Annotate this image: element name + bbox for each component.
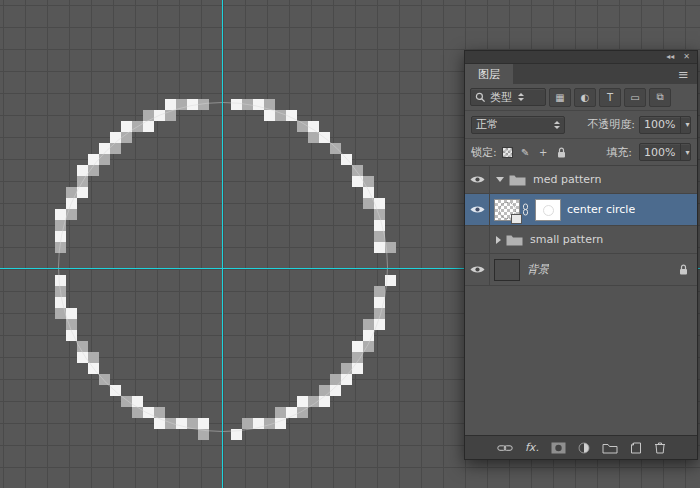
filter-type-layers-icon[interactable]: T [599, 88, 621, 107]
opacity-dropdown[interactable]: 100% ▾ [639, 116, 691, 134]
folder-icon [506, 234, 523, 246]
layer-row-small-pattern[interactable]: small pattern [465, 226, 697, 254]
layer-name: med pattern [533, 173, 601, 186]
thumbnail-badge-icon [511, 214, 522, 224]
blend-mode-value: 正常 [476, 117, 498, 132]
panel-menu-icon[interactable]: ≡ [670, 64, 697, 84]
panel-footer: fx. [465, 435, 697, 459]
tab-layers-label: 图层 [478, 67, 500, 82]
close-panel-icon[interactable]: ✕ [683, 53, 690, 61]
updown-arrows-icon [554, 121, 560, 129]
visibility-eye-icon[interactable] [465, 194, 490, 225]
blend-row: 正常 不透明度: 100% ▾ [465, 111, 697, 139]
folder-icon [509, 174, 526, 186]
filter-type-dropdown[interactable]: 类型 [470, 88, 546, 106]
visibility-toggle-empty[interactable] [465, 226, 490, 253]
layer-thumbnail[interactable] [494, 259, 520, 281]
layer-row-med-pattern[interactable]: med pattern [465, 166, 697, 194]
opacity-label: 不透明度: [587, 117, 635, 132]
collapse-group-icon[interactable] [496, 177, 504, 182]
filter-adjustment-layers-icon[interactable]: ◐ [574, 88, 596, 107]
mask-link-icon[interactable] [521, 203, 530, 216]
circle-outline [58, 102, 388, 432]
add-layer-mask-icon[interactable] [551, 442, 566, 454]
lock-position-icon[interactable]: + [536, 145, 551, 160]
layer-style-fx-icon[interactable]: fx. [525, 441, 539, 454]
lock-all-icon[interactable] [554, 145, 569, 160]
filter-type-label: 类型 [490, 90, 512, 105]
lock-row: 锁定: ✎ + 填充: 100% ▾ [465, 139, 697, 166]
delete-layer-icon[interactable] [654, 441, 666, 454]
lock-transparency-icon[interactable] [500, 145, 515, 160]
layer-thumbnail[interactable] [494, 199, 520, 221]
filter-smart-objects-icon[interactable]: ⧉ [649, 88, 671, 107]
guide-vertical[interactable] [222, 0, 223, 488]
filter-shape-layers-icon[interactable]: ▭ [624, 88, 646, 107]
layer-name: center circle [567, 203, 635, 216]
fill-label: 填充: [606, 145, 632, 160]
opacity-value: 100% [644, 118, 675, 131]
tab-layers[interactable]: 图层 [465, 64, 513, 84]
chevron-down-icon: ▾ [680, 144, 689, 160]
layer-filter-row: 类型 ▦ ◐ T ▭ ⧉ [465, 84, 697, 111]
collapse-panel-icon[interactable]: ◂◂ [666, 53, 674, 61]
chevron-down-icon: ▾ [680, 117, 689, 133]
layer-mask-thumbnail[interactable] [535, 199, 561, 221]
filter-pixel-layers-icon[interactable]: ▦ [549, 88, 571, 107]
fill-value: 100% [644, 146, 675, 159]
search-icon [475, 92, 486, 103]
lock-label: 锁定: [471, 145, 497, 160]
panel-titlebar: ◂◂ ✕ [465, 51, 697, 64]
link-layers-icon[interactable] [497, 444, 513, 452]
fill-dropdown[interactable]: 100% ▾ [639, 143, 691, 161]
visibility-eye-icon[interactable] [465, 166, 490, 193]
new-adjustment-layer-icon[interactable] [578, 442, 590, 454]
visibility-eye-icon[interactable] [465, 254, 490, 285]
mask-circle-preview [543, 205, 554, 216]
expand-group-icon[interactable] [496, 236, 501, 244]
blend-mode-dropdown[interactable]: 正常 [471, 116, 565, 134]
new-layer-icon[interactable] [630, 442, 642, 454]
new-group-icon[interactable] [602, 442, 618, 454]
layer-name: small pattern [530, 233, 603, 246]
panel-tabbar: 图层 ≡ [465, 64, 697, 84]
layer-row-background[interactable]: 背景 [465, 254, 697, 286]
layer-list-empty-area [465, 286, 697, 435]
updown-arrows-icon [518, 93, 524, 101]
background-lock-icon [679, 264, 688, 275]
lock-pixels-icon[interactable]: ✎ [518, 145, 533, 160]
layer-row-center-circle[interactable]: center circle [465, 194, 697, 226]
layer-list: med pattern center circle [465, 166, 697, 435]
layers-panel: ◂◂ ✕ 图层 ≡ 类型 ▦ ◐ T ▭ ⧉ 正常 不透明度: 100% [464, 50, 698, 460]
layer-name: 背景 [527, 262, 549, 277]
